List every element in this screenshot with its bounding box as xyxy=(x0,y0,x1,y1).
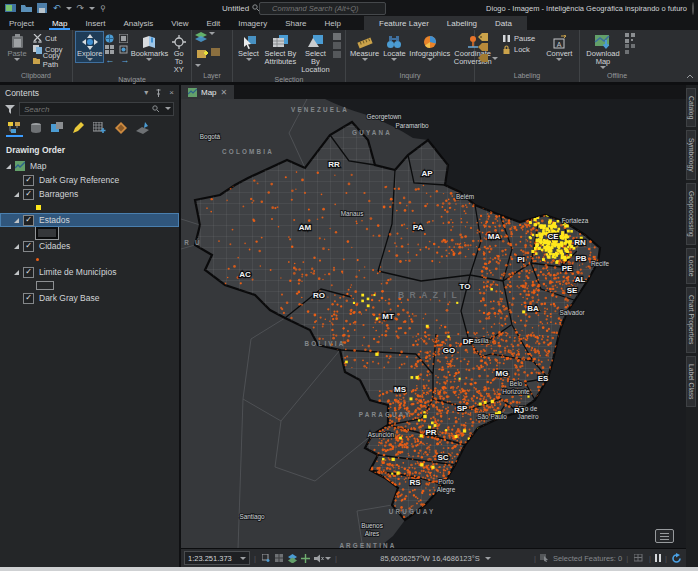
layer-item-dark-gray-reference[interactable]: ✓Dark Gray Reference xyxy=(0,173,179,187)
dock-tab-geoprocessing[interactable]: Geoprocessing xyxy=(686,183,696,245)
attribute-table-icon[interactable] xyxy=(634,554,643,563)
avatar[interactable] xyxy=(692,2,694,15)
lock-labels-button[interactable]: Lock xyxy=(502,44,535,54)
contextual-tab-data[interactable]: Data xyxy=(486,16,521,30)
qr-remove-icon[interactable] xyxy=(625,44,635,54)
pause-drawing-icon[interactable] xyxy=(655,554,661,562)
layer-checkbox[interactable]: ✓ xyxy=(23,175,34,186)
collapse-ribbon-icon[interactable] xyxy=(686,74,694,79)
yellow-square-symbol[interactable] xyxy=(36,205,41,210)
status-options-caret-icon[interactable] xyxy=(325,557,331,560)
cut-button[interactable]: Cut xyxy=(33,33,69,43)
paste-button[interactable]: Paste xyxy=(3,32,31,62)
redo-icon[interactable]: ↷ xyxy=(77,3,85,13)
save-icon[interactable] xyxy=(37,3,48,13)
dock-tab-symbology[interactable]: Symbology xyxy=(686,130,696,180)
full-extent-icon[interactable] xyxy=(105,34,114,43)
label-tag-icon[interactable] xyxy=(478,33,498,42)
pin-icon[interactable] xyxy=(155,89,162,97)
map-view-tab[interactable]: Map ✕ xyxy=(181,85,234,99)
add-preset-icon[interactable] xyxy=(211,48,223,57)
expander-icon[interactable] xyxy=(14,244,19,249)
layer-checkbox[interactable]: ✓ xyxy=(23,293,34,304)
coordinate-readout[interactable]: 85,6036257°W 16,4686123°S xyxy=(380,554,490,563)
grid-icon[interactable] xyxy=(275,554,284,563)
expander-icon[interactable] xyxy=(14,270,19,275)
basemap-icon[interactable] xyxy=(195,32,207,42)
open-project-icon[interactable] xyxy=(21,3,32,13)
refresh-icon[interactable] xyxy=(671,553,682,564)
ribbon-tab-analysis[interactable]: Analysis xyxy=(114,16,162,30)
download-map-button[interactable]: Download Map xyxy=(583,32,623,70)
customize-qat-icon[interactable]: ⚲ xyxy=(100,4,106,13)
layer-symbol-row[interactable] xyxy=(0,279,179,291)
list-by-data-source-icon[interactable] xyxy=(30,122,42,137)
map-canvas[interactable]: VENEZUELAGUYANACOLOMBIAR ÚBOLIVIAPARAGUA… xyxy=(181,99,686,549)
mute-icon[interactable] xyxy=(314,554,323,563)
locate-button[interactable]: Locate xyxy=(382,32,407,62)
layer-item-cidades[interactable]: ✓Cidades xyxy=(0,239,179,253)
new-project-icon[interactable] xyxy=(5,3,16,13)
zoom-selected-icon[interactable] xyxy=(119,45,128,54)
ribbon-tab-insert[interactable]: Insert xyxy=(76,16,114,30)
select-by-location-button[interactable]: Select By Location xyxy=(300,32,331,75)
contextual-tab-feature-layer[interactable]: Feature Layer xyxy=(370,16,438,30)
gray-rect-symbol[interactable] xyxy=(36,281,54,290)
measure-button[interactable]: Measure xyxy=(349,32,380,62)
expander-icon[interactable] xyxy=(14,192,19,197)
select-by-attributes-button[interactable]: Select By Attributes xyxy=(263,32,298,67)
ribbon-tab-share[interactable]: Share xyxy=(276,16,315,30)
basemap-toggle-icon[interactable] xyxy=(288,554,297,563)
close-panel-icon[interactable]: × xyxy=(169,88,174,97)
select-button[interactable]: Select xyxy=(236,32,261,62)
layer-item-map[interactable]: Map xyxy=(0,159,179,173)
dock-tab-locate[interactable]: Locate xyxy=(686,248,696,284)
label-tag2-icon[interactable] xyxy=(478,43,498,52)
undo-icon[interactable]: ↶ xyxy=(53,3,61,13)
infographics-button[interactable]: Infographics xyxy=(409,32,451,62)
layer-checkbox[interactable]: ✓ xyxy=(23,215,34,226)
go-to-xy-button[interactable]: Go To XY xyxy=(169,32,188,75)
command-search-input[interactable] xyxy=(259,2,386,15)
scale-selector[interactable]: 1:23.251.373 xyxy=(184,551,250,565)
ribbon-tab-help[interactable]: Help xyxy=(316,16,350,30)
orange-dot-symbol[interactable] xyxy=(36,258,39,261)
list-by-labeling-icon[interactable] xyxy=(93,122,106,137)
close-map-tab-icon[interactable]: ✕ xyxy=(221,88,228,97)
ribbon-tab-view[interactable]: View xyxy=(162,16,197,30)
layer-symbol-row[interactable] xyxy=(0,201,179,213)
filter-icon[interactable] xyxy=(5,105,15,114)
layer-item-barragens[interactable]: ✓Barragens xyxy=(0,187,179,201)
clear-selection-icon[interactable] xyxy=(333,42,342,50)
ribbon-tab-map[interactable]: Map xyxy=(43,16,77,30)
dock-tab-label-class[interactable]: Label Class xyxy=(686,356,696,408)
expander-icon[interactable] xyxy=(6,164,11,169)
list-by-perspective-icon[interactable] xyxy=(136,122,149,137)
ribbon-tab-project[interactable]: Project xyxy=(0,16,43,30)
bookmarks-button[interactable]: Bookmarks xyxy=(131,32,167,62)
add-data-icon[interactable] xyxy=(197,48,209,58)
pause-labeling-button[interactable]: Pause xyxy=(502,33,535,43)
list-by-drawing-order-icon[interactable] xyxy=(8,122,21,137)
command-search[interactable] xyxy=(249,2,386,15)
layer-checkbox[interactable]: ✓ xyxy=(23,189,34,200)
layer-item-estados[interactable]: ✓Estados xyxy=(0,213,179,227)
next-extent-icon[interactable]: → xyxy=(120,55,129,65)
snap-icon[interactable] xyxy=(301,554,310,563)
expander-icon[interactable] xyxy=(14,218,19,223)
copy-path-button[interactable]: Copy Path xyxy=(33,55,69,65)
layer-symbol-row[interactable] xyxy=(0,227,179,239)
layer-symbol-row[interactable] xyxy=(0,253,179,265)
layer-item-dark-gray-base[interactable]: ✓Dark Gray Base xyxy=(0,291,179,305)
fixed-zoom-in-icon[interactable] xyxy=(119,34,128,43)
convert-labels-button[interactable]: A Convert xyxy=(543,32,575,62)
layer-item-limite-de-municípios[interactable]: ✓Limite de Municípios xyxy=(0,265,179,279)
contents-search-input[interactable] xyxy=(19,102,174,116)
dock-tab-chart-properties[interactable]: Chart Properties xyxy=(686,287,696,353)
list-by-charts-icon[interactable] xyxy=(115,122,127,137)
new-map-icon[interactable] xyxy=(262,554,271,563)
ribbon-tab-imagery[interactable]: Imagery xyxy=(229,16,276,30)
undo-caret-icon[interactable] xyxy=(66,7,72,10)
search-options-caret-icon[interactable] xyxy=(165,107,171,110)
previous-extent-icon[interactable]: ← xyxy=(105,55,114,65)
